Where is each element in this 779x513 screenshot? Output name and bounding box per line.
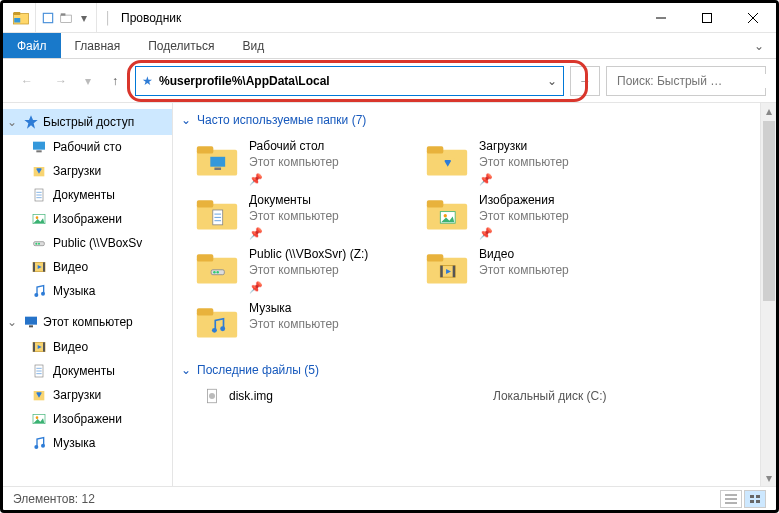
folder-tile[interactable]: Изображения Этот компьютер 📌 (421, 191, 651, 245)
svg-point-32 (34, 293, 38, 297)
sidebar-item-label: Видео (53, 340, 88, 354)
tab-view[interactable]: Вид (228, 33, 278, 58)
nav-recent-dropdown[interactable]: ▾ (81, 67, 95, 95)
svg-rect-92 (750, 495, 754, 498)
svg-rect-73 (197, 254, 214, 261)
sidebar-this-pc-label: Этот компьютер (43, 315, 133, 329)
quick-access-toolbar: ▾ (35, 3, 97, 32)
sidebar-item-downloads[interactable]: Загрузки (3, 383, 172, 407)
file-row[interactable]: disk.imgЛокальный диск (C:) (173, 383, 776, 409)
folder-location: Этот компьютер (249, 209, 339, 225)
section-frequent-folders[interactable]: ⌄ Часто используемые папки (7) (173, 103, 776, 133)
folder-name: Public (\\VBoxSvr) (Z:) (249, 247, 368, 263)
window-controls (638, 3, 776, 32)
qat-new-folder-icon[interactable] (58, 10, 74, 26)
svg-rect-14 (36, 150, 41, 152)
svg-rect-54 (210, 157, 225, 167)
pictures-folder-icon (425, 193, 469, 233)
monitor-icon (23, 314, 39, 330)
address-bar[interactable]: ★ ⌄ (135, 66, 564, 96)
sidebar[interactable]: ⌄ Быстрый доступ Рабочий стоЗагрузкиДоку… (3, 103, 173, 486)
go-button[interactable]: → (570, 66, 600, 96)
folder-location: Этот компьютер (249, 263, 368, 279)
svg-rect-13 (33, 142, 45, 150)
address-dropdown-icon[interactable]: ⌄ (547, 74, 557, 88)
view-icons-button[interactable] (744, 490, 766, 508)
sidebar-item-music[interactable]: Музыка (3, 431, 172, 455)
tab-file[interactable]: Файл (3, 33, 61, 58)
folder-location: Этот компьютер (249, 317, 339, 333)
pin-icon: 📌 (249, 172, 339, 186)
sidebar-quick-access[interactable]: ⌄ Быстрый доступ (3, 109, 172, 135)
folder-name: Загрузки (479, 139, 569, 155)
tab-home[interactable]: Главная (61, 33, 135, 58)
sidebar-item-network[interactable]: Public (\\VBoxSv (3, 231, 172, 255)
ribbon: Файл Главная Поделиться Вид ⌄ (3, 33, 776, 59)
folder-name: Документы (249, 193, 339, 209)
svg-point-50 (34, 445, 38, 449)
close-button[interactable] (730, 3, 776, 32)
section-recent-files[interactable]: ⌄ Последние файлы (5) (173, 353, 776, 383)
svg-point-76 (216, 271, 218, 273)
folder-tile[interactable]: Видео Этот компьютер (421, 245, 651, 299)
sidebar-item-pictures[interactable]: Изображени (3, 207, 172, 231)
folder-location: Этот компьютер (249, 155, 339, 171)
folder-tile[interactable]: Рабочий стол Этот компьютер 📌 (191, 137, 421, 191)
music-folder-icon (195, 301, 239, 341)
explorer-icon (11, 9, 31, 27)
sidebar-item-downloads[interactable]: Загрузки (3, 159, 172, 183)
network-folder-icon (195, 247, 239, 287)
sidebar-item-documents[interactable]: Документы (3, 183, 172, 207)
svg-rect-35 (29, 325, 33, 327)
view-details-button[interactable] (720, 490, 742, 508)
svg-rect-3 (43, 13, 52, 22)
svg-marker-12 (24, 115, 37, 128)
tab-share[interactable]: Поделиться (134, 33, 228, 58)
sidebar-item-pictures[interactable]: Изображени (3, 407, 172, 431)
ribbon-expand-icon[interactable]: ⌄ (742, 33, 776, 58)
sidebar-item-label: Рабочий сто (53, 140, 122, 154)
search-input[interactable] (617, 74, 767, 88)
svg-rect-29 (33, 262, 35, 271)
svg-point-48 (36, 416, 39, 419)
nav-up-button[interactable]: ↑ (101, 67, 129, 95)
sidebar-item-music[interactable]: Музыка (3, 279, 172, 303)
scroll-down-icon[interactable]: ▾ (766, 470, 772, 486)
svg-point-23 (36, 216, 39, 219)
chevron-down-icon: ⌄ (181, 363, 191, 377)
content-pane[interactable]: ⌄ Часто используемые папки (7) Рабочий с… (173, 103, 776, 486)
desktop-folder-icon (195, 139, 239, 179)
folder-name: Музыка (249, 301, 339, 317)
sidebar-item-video[interactable]: Видео (3, 255, 172, 279)
scrollbar-thumb[interactable] (763, 121, 775, 301)
sidebar-item-label: Музыка (53, 436, 95, 450)
window-title: Проводник (113, 11, 638, 25)
svg-rect-37 (33, 342, 35, 351)
sidebar-this-pc[interactable]: ⌄ Этот компьютер (3, 309, 172, 335)
folder-tile[interactable]: Музыка Этот компьютер (191, 299, 421, 353)
qat-properties-icon[interactable] (40, 10, 56, 26)
file-name: disk.img (229, 389, 273, 403)
sidebar-item-desktop[interactable]: Рабочий сто (3, 135, 172, 159)
vertical-scrollbar[interactable]: ▴ ▾ (760, 103, 776, 486)
address-input[interactable] (159, 74, 547, 88)
svg-rect-83 (197, 312, 237, 338)
maximize-button[interactable] (684, 3, 730, 32)
scroll-up-icon[interactable]: ▴ (766, 103, 772, 119)
qat-dropdown-icon[interactable]: ▾ (76, 10, 92, 26)
search-box[interactable] (606, 66, 766, 96)
sidebar-item-label: Загрузки (53, 388, 101, 402)
minimize-button[interactable] (638, 3, 684, 32)
folder-tile[interactable]: Public (\\VBoxSvr) (Z:) Этот компьютер 📌 (191, 245, 421, 299)
sidebar-item-video[interactable]: Видео (3, 335, 172, 359)
folder-tile[interactable]: Документы Этот компьютер 📌 (191, 191, 421, 245)
nav-back-button: ← (13, 67, 41, 95)
svg-rect-53 (197, 146, 214, 153)
qat-separator: │ (97, 10, 113, 26)
svg-rect-30 (43, 262, 45, 271)
sidebar-item-label: Документы (53, 364, 115, 378)
folder-tile[interactable]: Загрузки Этот компьютер 📌 (421, 137, 651, 191)
svg-point-88 (209, 393, 215, 399)
sidebar-item-documents[interactable]: Документы (3, 359, 172, 383)
svg-rect-55 (214, 168, 221, 170)
